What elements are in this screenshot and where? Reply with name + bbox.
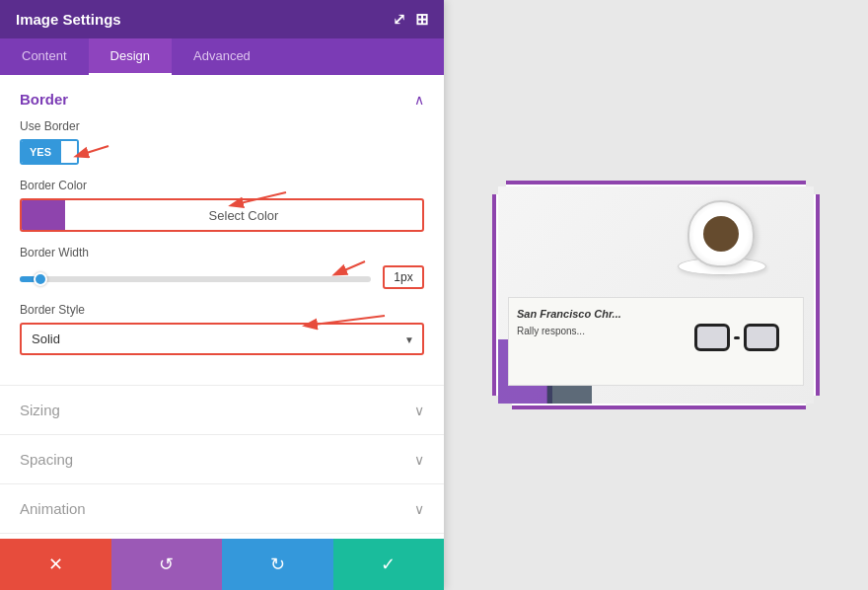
panel-header-icons: ⤢ ⊞ [393, 10, 428, 29]
sizing-expand-icon: ∨ [414, 403, 424, 418]
border-color-label: Border Color [20, 179, 424, 192]
section-animation-title: Animation [20, 500, 86, 517]
expand-icon[interactable]: ⤢ [393, 10, 405, 29]
field-border-width: Border Width 1px [20, 246, 424, 289]
section-border: Border ∧ Use Border YES Border Color [0, 75, 444, 386]
save-button[interactable]: ✓ [333, 539, 445, 590]
coffee-cup [687, 200, 755, 267]
undo-button[interactable]: ↺ [111, 539, 223, 590]
section-border-header[interactable]: Border ∧ [0, 75, 444, 119]
tab-advanced[interactable]: Advanced [172, 38, 272, 75]
scene: San Francisco Chr... Rally respons... [498, 186, 814, 404]
border-style-select-wrap: Solid Dashed Dotted Double None [20, 323, 424, 355]
border-width-slider[interactable] [20, 276, 371, 282]
section-sizing-title: Sizing [20, 402, 60, 418]
section-animation-header[interactable]: Animation ∨ [0, 484, 444, 533]
image-area: San Francisco Chr... Rally respons... [444, 0, 868, 590]
panel-title: Image Settings [16, 11, 121, 28]
section-border-content: Use Border YES Border Color Select Color [0, 119, 444, 385]
border-collapse-icon: ∧ [414, 92, 424, 108]
newspaper-line1: San Francisco Chr... [517, 308, 621, 320]
glasses-frame [694, 324, 783, 351]
section-animation: Animation ∨ [0, 484, 444, 534]
image-preview-wrap: San Francisco Chr... Rally respons... [492, 181, 820, 409]
panel-header: Image Settings ⤢ ⊞ [0, 0, 444, 38]
glasses-bridge [734, 336, 740, 339]
section-spacing-title: Spacing [20, 451, 73, 468]
section-sizing-header[interactable]: Sizing ∨ [0, 386, 444, 434]
border-style-label: Border Style [20, 303, 424, 317]
glasses-lens-left [694, 324, 730, 351]
border-width-value[interactable]: 1px [383, 265, 424, 289]
cancel-button[interactable]: ✕ [0, 539, 111, 590]
select-color-button[interactable]: Select Color [65, 208, 422, 223]
spacing-expand-icon: ∨ [414, 452, 424, 468]
color-picker-row[interactable]: Select Color [20, 198, 424, 232]
border-width-slider-row: 1px [20, 265, 424, 289]
slider-track [20, 276, 371, 282]
section-spacing-header[interactable]: Spacing ∨ [0, 435, 444, 483]
columns-icon[interactable]: ⊞ [415, 10, 428, 29]
tab-content[interactable]: Content [0, 38, 89, 75]
field-border-style: Border Style Solid Dashed Dotted Double … [20, 303, 424, 355]
glasses [694, 324, 783, 361]
redo-button[interactable]: ↻ [222, 539, 333, 590]
newspaper: San Francisco Chr... Rally respons... [508, 297, 804, 386]
field-border-color: Border Color Select Color [20, 179, 424, 232]
color-swatch[interactable] [22, 200, 65, 230]
tab-design[interactable]: Design [89, 38, 172, 75]
field-use-border: Use Border YES [20, 119, 424, 165]
section-border-title: Border [20, 91, 68, 108]
animation-expand-icon: ∨ [414, 501, 424, 517]
panel-tabs: Content Design Advanced [0, 38, 444, 75]
use-border-label: Use Border [20, 119, 424, 133]
slider-thumb[interactable] [34, 272, 47, 286]
toggle-yes-text: YES [22, 141, 59, 163]
section-sizing: Sizing ∨ [0, 386, 444, 435]
settings-panel: Image Settings ⤢ ⊞ Content Design Advanc… [0, 0, 444, 590]
panel-footer: ✕ ↺ ↻ ✓ [0, 539, 444, 590]
image-preview: San Francisco Chr... Rally respons... [498, 186, 814, 404]
border-style-select[interactable]: Solid Dashed Dotted Double None [20, 323, 424, 355]
toggle-knob [59, 141, 77, 163]
use-border-toggle[interactable]: YES [20, 139, 79, 165]
border-width-label: Border Width [20, 246, 424, 259]
panel-body: Border ∧ Use Border YES Border Color [0, 75, 444, 539]
section-spacing: Spacing ∨ [0, 435, 444, 484]
newspaper-line2: Rally respons... [517, 326, 585, 336]
glasses-lens-right [744, 324, 779, 351]
